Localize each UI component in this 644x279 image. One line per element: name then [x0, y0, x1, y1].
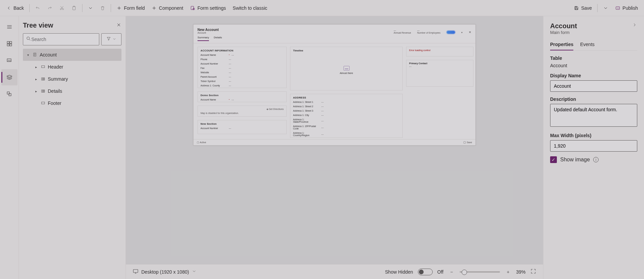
display-name-input[interactable]	[550, 80, 637, 92]
tab-events[interactable]: Events	[580, 40, 595, 50]
tree-node-header[interactable]: ▸ Header	[31, 61, 121, 73]
tree-node-label: Header	[48, 64, 63, 70]
publish-button[interactable]: Publish	[612, 3, 641, 13]
chevron-right-icon: ▸	[34, 89, 38, 93]
search-box[interactable]	[23, 33, 99, 45]
back-label: Back	[13, 5, 24, 11]
display-name-label: Display Name	[550, 73, 637, 78]
svg-rect-16	[9, 93, 11, 96]
tree-node-label: Summary	[48, 76, 68, 82]
cut-button[interactable]	[56, 3, 68, 13]
section-primary-contact[interactable]: Primary Contact ---	[406, 60, 473, 87]
save-dropdown[interactable]	[600, 3, 612, 13]
close-tree-button[interactable]	[116, 22, 121, 29]
section-demo[interactable]: Demo Section Account Name*---	[198, 91, 287, 102]
tree-node-details[interactable]: ▸ Details	[31, 85, 121, 97]
tree-view-rail-button[interactable]	[1, 69, 17, 85]
tab-icon	[40, 89, 46, 93]
chevron-down-icon	[192, 269, 196, 275]
svg-rect-15	[7, 92, 9, 94]
close-icon[interactable]: ✕	[469, 31, 471, 34]
chevron-dropdown[interactable]	[84, 3, 97, 13]
form-settings-button[interactable]: Form settings	[187, 3, 229, 13]
section-account-info[interactable]: ACCOUNT INFORMATION Account Name*--- Pho…	[198, 47, 287, 88]
fit-to-screen-button[interactable]	[530, 268, 536, 275]
components-rail-button[interactable]	[1, 36, 17, 52]
form-title: New Account	[198, 28, 219, 32]
hamburger-button[interactable]	[1, 19, 17, 35]
show-hidden-toggle[interactable]	[418, 269, 433, 275]
description-input[interactable]	[550, 104, 637, 127]
form-subtitle: Account	[198, 32, 219, 34]
tab-details[interactable]: Details	[214, 36, 222, 41]
owner-pill	[446, 31, 455, 34]
svg-rect-20	[41, 78, 42, 80]
redo-icon	[47, 5, 52, 11]
svg-rect-4	[191, 6, 193, 9]
viewport-selector[interactable]: Desktop (1920 x 1080)	[133, 268, 196, 275]
form-preview[interactable]: New Account Account ---Annual Revenue --…	[193, 24, 476, 146]
svg-rect-6	[575, 6, 577, 7]
delete-button[interactable]	[97, 3, 109, 13]
timeline-placeholder-icon	[344, 66, 350, 71]
viewport-label: Desktop (1920 x 1080)	[141, 269, 189, 275]
section-timeline[interactable]: Timeline Almost there	[290, 47, 403, 90]
form-field-button[interactable]: Form field	[113, 3, 148, 13]
switch-classic-button[interactable]: Switch to classic	[229, 3, 271, 13]
info-icon[interactable]: i	[593, 157, 599, 162]
filter-icon	[106, 36, 111, 42]
description-label: Description	[550, 96, 637, 102]
back-button[interactable]: Back	[3, 3, 27, 13]
svg-rect-27	[133, 270, 138, 273]
svg-rect-12	[9, 44, 11, 46]
max-width-input[interactable]	[550, 140, 637, 152]
component-button[interactable]: Component	[148, 3, 186, 13]
trash-icon	[100, 5, 105, 11]
tree-node-summary[interactable]: ▸ Summary	[31, 73, 121, 85]
fields-rail-button[interactable]: Abc	[1, 52, 17, 69]
svg-point-0	[60, 8, 61, 9]
tree-node-footer[interactable]: Footer	[31, 97, 121, 109]
zoom-in-button[interactable]: +	[505, 269, 511, 275]
chevron-down-icon	[112, 36, 116, 42]
separator	[82, 4, 82, 12]
svg-rect-10	[9, 41, 11, 43]
paste-button[interactable]	[68, 3, 80, 13]
section-error[interactable]: Error loading control	[406, 47, 473, 56]
save-label: Save	[581, 5, 592, 11]
table-label: Table	[550, 55, 637, 61]
separator	[597, 4, 598, 12]
collapse-panel-button[interactable]	[632, 22, 637, 29]
chevron-down-icon: ▾	[26, 53, 30, 57]
undo-button[interactable]	[32, 3, 44, 13]
zoom-slider[interactable]	[460, 271, 500, 273]
section-new[interactable]: New Section Account Number---	[198, 120, 287, 134]
publish-icon	[615, 5, 620, 11]
canvas: New Account Account ---Annual Revenue --…	[126, 16, 543, 279]
switch-classic-label: Switch to classic	[233, 5, 267, 11]
svg-rect-23	[41, 90, 42, 92]
show-image-checkbox[interactable]: ✓	[550, 156, 557, 163]
tab-properties[interactable]: Properties	[550, 40, 573, 50]
props-subtitle: Main form	[550, 30, 577, 35]
svg-rect-21	[43, 78, 44, 80]
svg-rect-22	[44, 78, 44, 80]
zoom-out-button[interactable]: −	[448, 269, 455, 275]
chevron-down-icon[interactable]: ▾	[461, 31, 463, 34]
plus-icon	[116, 5, 122, 11]
section-address[interactable]: ADDRESS Address 1: Street 1--- Address 1…	[290, 94, 403, 138]
search-input[interactable]	[31, 37, 96, 42]
chevron-right-icon: ▸	[34, 65, 38, 69]
section-map[interactable]: ◈ Get Directions Map is disabled for thi…	[198, 106, 287, 117]
form-icon	[32, 52, 38, 57]
form-libraries-rail-button[interactable]	[1, 86, 17, 102]
redo-button[interactable]	[44, 3, 56, 13]
save-button[interactable]: Save	[570, 3, 595, 13]
plus-icon	[151, 5, 157, 11]
svg-rect-25	[44, 90, 44, 92]
form-settings-icon	[190, 5, 195, 11]
tree-node-account[interactable]: ▾ Account	[23, 49, 121, 61]
tab-summary[interactable]: Summary	[198, 36, 209, 41]
filter-button[interactable]	[101, 33, 121, 45]
separator	[111, 4, 111, 12]
